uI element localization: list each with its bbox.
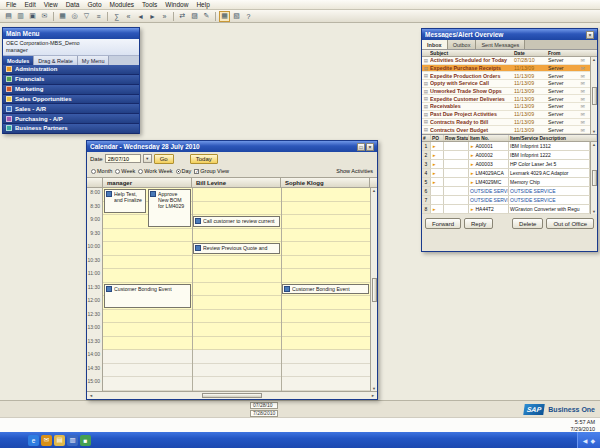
scroll-thumb[interactable] bbox=[372, 278, 377, 302]
previous-record-icon[interactable]: ◄ bbox=[135, 11, 146, 22]
calendar-slot-row[interactable] bbox=[103, 256, 370, 270]
menubar-item-window[interactable]: Window bbox=[161, 1, 192, 8]
last-record-icon[interactable]: » bbox=[159, 11, 170, 22]
scroll-left-icon[interactable]: ◄ bbox=[89, 393, 93, 398]
link-arrow-icon[interactable]: ► bbox=[470, 144, 474, 149]
message-row[interactable]: ▤Unworked Trade Show Opps11/13/09Server✉ bbox=[422, 88, 590, 96]
link-arrow-icon[interactable]: ► bbox=[432, 180, 436, 185]
tab-drag-relate[interactable]: Drag & Relate bbox=[34, 56, 78, 65]
sidebar-item-administration[interactable]: Administration bbox=[3, 65, 139, 75]
calendar-horizontal-scrollbar[interactable]: ◄ ► bbox=[87, 391, 377, 399]
calendar-slot-row[interactable] bbox=[103, 269, 370, 283]
detail-row[interactable]: 4►►LM4029ACALexmark 4029 AC Adaptor bbox=[422, 169, 590, 178]
first-record-icon[interactable]: « bbox=[123, 11, 134, 22]
scroll-up-icon[interactable]: ▲ bbox=[372, 188, 376, 193]
messages-scrollbar[interactable]: ▲ ▼ bbox=[590, 57, 597, 134]
calendar-slot-row[interactable] bbox=[103, 229, 370, 243]
print-icon[interactable]: ▣ bbox=[27, 11, 38, 22]
detail-row[interactable]: 7OUTSIDE SERVICEOUTSIDE SERVICE bbox=[422, 196, 590, 205]
calendar-vertical-scrollbar[interactable]: ▲ ▼ bbox=[370, 188, 377, 391]
today-button[interactable]: Today bbox=[190, 154, 218, 164]
scroll-thumb[interactable] bbox=[592, 170, 597, 186]
menubar-item-file[interactable]: File bbox=[2, 1, 20, 8]
link-arrow-icon[interactable]: ► bbox=[432, 171, 436, 176]
email-icon[interactable]: ✉ bbox=[39, 11, 50, 22]
go-button[interactable]: Go bbox=[154, 154, 174, 164]
sidebar-item-purchasing-a-p[interactable]: Purchasing - A/P bbox=[3, 114, 139, 124]
menubar-item-modules[interactable]: Modules bbox=[106, 1, 139, 8]
quicklaunch-folder-icon[interactable]: ▤ bbox=[54, 435, 65, 446]
tab-my-menu[interactable]: My Menu bbox=[78, 56, 110, 65]
link-arrow-icon[interactable]: ► bbox=[470, 207, 474, 212]
calendar-slot-row[interactable] bbox=[103, 310, 370, 324]
calendar-event[interactable]: Approve New BOM for LM4029 bbox=[148, 189, 191, 227]
scroll-down-icon[interactable]: ▼ bbox=[592, 129, 596, 134]
calendar-slot-row[interactable] bbox=[103, 377, 370, 391]
maximize-icon[interactable]: □ bbox=[357, 143, 365, 151]
messages-titlebar[interactable]: Messages/Alert Overview × bbox=[422, 29, 597, 40]
quicklaunch-document-icon[interactable]: ▥ bbox=[67, 435, 78, 446]
link-arrow-icon[interactable]: ► bbox=[470, 162, 474, 167]
link-arrow-icon[interactable]: ► bbox=[470, 180, 474, 185]
sidebar-item-business-partners[interactable]: Business Partners bbox=[3, 124, 139, 134]
sidebar-item-financials[interactable]: Financials bbox=[3, 75, 139, 85]
detail-row[interactable]: 2►►A00002IBM Infoprint 1222 bbox=[422, 151, 590, 160]
tray-volume-icon[interactable]: ◀ bbox=[583, 437, 588, 444]
message-row[interactable]: ▤Activities Scheduled for Today07/28/10S… bbox=[422, 57, 590, 65]
close-icon[interactable]: × bbox=[586, 31, 594, 39]
sidebar-item-sales-a-r[interactable]: Sales - A/R bbox=[3, 104, 139, 114]
calendar-column-header-bill-levine[interactable]: Bill Levine bbox=[192, 178, 281, 187]
message-row[interactable]: ▤Expedite Purchase Receipts11/13/09Serve… bbox=[422, 65, 590, 73]
link-arrow-icon[interactable]: ► bbox=[432, 153, 436, 158]
menubar-item-data[interactable]: Data bbox=[62, 1, 84, 8]
detail-row[interactable]: 8►►HA44T2WGravton Converter with Regu bbox=[422, 205, 590, 214]
sort-icon[interactable]: ≡ bbox=[93, 11, 104, 22]
help-icon[interactable]: ? bbox=[243, 11, 254, 22]
message-row[interactable]: ▤Receivables11/13/09Server✉ bbox=[422, 103, 590, 111]
calendar-event[interactable]: Help Test, and Finalize bbox=[104, 189, 146, 213]
filter-icon[interactable]: ▽ bbox=[81, 11, 92, 22]
link-records-icon[interactable]: ⇄ bbox=[177, 11, 188, 22]
scroll-down-icon[interactable]: ▼ bbox=[592, 209, 596, 214]
link-arrow-icon[interactable]: ► bbox=[470, 153, 474, 158]
sidebar-item-sales-opportunities[interactable]: Sales Opportunities bbox=[3, 95, 139, 105]
subject-column-header[interactable]: Subject bbox=[430, 50, 514, 56]
date-column-header[interactable]: Date bbox=[514, 50, 548, 56]
calendar-icon[interactable]: ▦ bbox=[219, 11, 230, 22]
tab-modules[interactable]: Modules bbox=[3, 56, 34, 65]
calendar-event[interactable]: Customer Bonding Event bbox=[282, 284, 369, 295]
search-icon[interactable]: ◎ bbox=[69, 11, 80, 22]
close-icon[interactable]: × bbox=[366, 143, 374, 151]
calendar-column-header-manager[interactable]: manager bbox=[103, 178, 192, 187]
forward-button[interactable]: Forward bbox=[425, 218, 461, 229]
detail-row[interactable]: 1►►A00001IBM Infoprint 1312 bbox=[422, 142, 590, 151]
menubar-item-help[interactable]: Help bbox=[192, 1, 213, 8]
delete-button[interactable]: Delete bbox=[512, 218, 543, 229]
link-arrow-icon[interactable]: ► bbox=[432, 162, 436, 167]
sidebar-item-marketing[interactable]: Marketing bbox=[3, 85, 139, 95]
tab-sent-messages[interactable]: Sent Messages bbox=[476, 40, 525, 49]
link-arrow-icon[interactable]: ► bbox=[432, 144, 436, 149]
calendar-event[interactable]: Customer Bonding Event bbox=[104, 284, 191, 308]
calendar-column-header-sophie-klogg[interactable]: Sophie Klogg bbox=[281, 178, 370, 187]
menubar-item-goto[interactable]: Goto bbox=[83, 1, 105, 8]
open-document-icon[interactable]: ▥ bbox=[15, 11, 26, 22]
form-settings-icon[interactable]: ▨ bbox=[189, 11, 200, 22]
main-menu-titlebar[interactable]: Main Menu bbox=[3, 28, 139, 39]
message-row[interactable]: ▤Past Due Project Activities11/13/09Serv… bbox=[422, 111, 590, 119]
detail-row[interactable]: 6OUTSIDE SERVICEOUTSIDE SERVICE bbox=[422, 187, 590, 196]
scroll-up-icon[interactable]: ▲ bbox=[592, 142, 596, 147]
quicklaunch-mail-icon[interactable]: ✉ bbox=[41, 435, 52, 446]
calendar-titlebar[interactable]: Calendar - Wednesday 28 July 2010 □ × bbox=[87, 141, 377, 152]
group-view-option[interactable]: ✓Group View bbox=[194, 168, 229, 174]
quicklaunch-app-icon[interactable]: ■ bbox=[80, 435, 91, 446]
calendar-slot-row[interactable] bbox=[103, 337, 370, 351]
calendar-slot-row[interactable] bbox=[103, 323, 370, 337]
date-input[interactable] bbox=[105, 154, 141, 163]
message-row[interactable]: ▤Expedite Customer Deliveries11/13/09Ser… bbox=[422, 95, 590, 103]
message-row[interactable]: ▤Expedite Production Orders11/13/09Serve… bbox=[422, 72, 590, 80]
quicklaunch-internet-icon[interactable]: e bbox=[28, 435, 39, 446]
next-record-icon[interactable]: ► bbox=[147, 11, 158, 22]
scroll-thumb[interactable] bbox=[592, 87, 597, 105]
tray-shield-icon[interactable]: ◆ bbox=[590, 437, 595, 444]
